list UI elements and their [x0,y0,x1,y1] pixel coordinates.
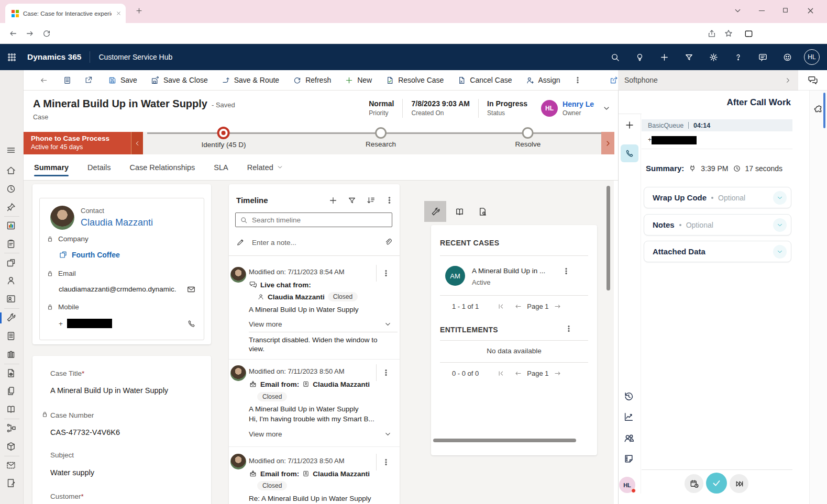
sidebar-item-cases-icon[interactable] [6,312,16,323]
contacts-icon[interactable] [623,432,635,444]
recent-case-more-icon[interactable] [562,267,570,275]
call-phone-icon[interactable] [187,319,196,328]
sidebar-item-routing-icon[interactable] [6,423,16,433]
sidebar-item-drafts-icon[interactable] [6,478,16,488]
prev-page-icon[interactable] [514,303,522,310]
window-menu-icon[interactable] [733,6,742,15]
tab-summary[interactable]: Summary [34,154,69,180]
chevron-down-icon[interactable] [384,430,392,438]
sidebar-item-templates-icon[interactable] [6,386,16,396]
entry-contact[interactable]: Claudia Mazzanti [268,293,325,301]
entry-contact[interactable]: Claudia Mazzanti [313,470,370,478]
complete-call-button[interactable] [706,473,727,494]
company-link[interactable]: Fourth Coffee [72,251,120,259]
entitlements-more-icon[interactable] [565,324,573,333]
timeline-search-box[interactable] [235,212,392,227]
entry-more-icon[interactable] [382,368,390,377]
sidebar-item-pinned-icon[interactable] [6,202,16,212]
save-button[interactable]: Save [101,70,144,90]
tab-case-relationships[interactable]: Case Relationships [129,154,195,180]
next-page-icon[interactable] [554,303,561,310]
browser-back-icon[interactable] [8,29,18,38]
softphone-panel-header[interactable]: Softphone [618,70,798,91]
view-more-link[interactable]: View more [249,430,282,438]
related-tab-search[interactable] [471,201,493,222]
attached-data-section[interactable]: Attached Data [644,241,791,262]
browser-forward-icon[interactable] [25,29,35,38]
expand-button[interactable] [773,218,787,232]
refresh-button[interactable]: Refresh [286,70,338,90]
new-tab-button[interactable] [135,7,143,15]
timeline-add-icon[interactable] [328,196,338,205]
notes-panel-icon[interactable] [623,453,634,464]
open-in-new-window-button[interactable] [78,76,99,84]
resolve-case-button[interactable]: Resolve Case [379,70,450,90]
owner-field[interactable]: HL Henry Le Owner [536,100,599,117]
vertical-scrollbar[interactable] [607,186,610,290]
share-page-icon[interactable] [707,29,716,38]
bpf-stage-identify[interactable]: Identify (45 D) [202,127,246,149]
stage-marker[interactable] [522,127,534,139]
tab-related[interactable]: Related [247,154,283,180]
recent-case-link[interactable]: A Mineral Build Up in ... [472,267,545,275]
tab-sla[interactable]: SLA [214,154,228,180]
save-close-button[interactable]: Save & Close [144,70,215,90]
cancel-case-button[interactable]: Cancel Case [450,70,519,90]
help-icon[interactable] [733,52,743,62]
sidebar-item-queues-icon[interactable] [6,331,16,341]
sitemap-toggle-icon[interactable] [6,145,16,155]
lightbulb-icon[interactable] [635,52,645,62]
sidebar-item-recent-icon[interactable] [6,184,16,194]
bpf-process-box[interactable]: Phone to Case Process Active for 45 days [24,132,131,154]
stage-marker[interactable] [375,127,387,139]
new-button[interactable]: New [338,70,379,90]
sidebar-item-products-icon[interactable] [6,441,16,452]
quick-create-icon[interactable] [659,52,669,62]
split-screen-icon[interactable] [744,29,754,39]
tab-details[interactable]: Details [87,154,111,180]
browser-reload-icon[interactable] [42,29,51,38]
horizontal-scrollbar[interactable] [433,439,576,442]
email-value[interactable]: claudiamazzanti@crmdemo.dynamic... [59,285,177,293]
contact-name-link[interactable]: Claudia Mazzanti [81,217,153,228]
timeline-filter-icon[interactable] [347,196,357,205]
window-maximize-icon[interactable] [781,6,789,14]
go-back-button[interactable] [33,76,54,85]
send-email-icon[interactable] [186,285,196,294]
chevron-down-icon[interactable] [384,320,392,328]
sidebar-item-social-profiles-icon[interactable] [6,294,16,304]
form-selector-button[interactable] [57,76,78,85]
conversations-button[interactable] [798,70,827,91]
app-name[interactable]: Customer Service Hub [98,53,172,61]
waffle-icon[interactable] [7,52,17,62]
sidebar-item-dashboards-icon[interactable] [6,220,16,231]
brand-title[interactable]: Dynamics 365 [27,52,81,62]
wrap-up-code-section[interactable]: Wrap Up Code Optional [644,187,791,208]
related-tab-cases[interactable] [424,201,446,222]
sidebar-item-knowledge-search-icon[interactable] [6,404,16,415]
feedback-icon[interactable] [758,52,768,62]
subject-value[interactable]: Water supply [50,468,94,477]
favorite-star-icon[interactable] [724,29,733,38]
window-close-icon[interactable] [806,6,815,15]
search-icon[interactable] [610,52,620,62]
bpf-stage-resolve[interactable]: Resolve [515,127,541,148]
entry-contact[interactable]: Claudia Mazzanti [313,380,370,388]
metrics-icon[interactable] [623,411,634,422]
tab-close-icon[interactable] [116,10,122,16]
gear-icon[interactable] [709,52,719,62]
user-avatar[interactable]: HL [804,49,820,65]
stage-active-marker[interactable] [217,127,230,139]
sidebar-item-accounts-icon[interactable] [6,257,16,268]
timeline-entry[interactable]: Modified on: 7/11/2023 8:50 AM Email fro… [229,450,400,504]
skip-button[interactable] [730,474,748,493]
contact-photo[interactable] [50,206,74,230]
expand-button[interactable] [773,245,787,259]
related-tab-knowledge[interactable] [448,201,470,222]
agent-avatar[interactable]: HL [619,477,635,493]
sidebar-item-knowledge-icon[interactable] [6,349,16,360]
sidebar-item-email-icon[interactable] [6,460,16,471]
case-title-value[interactable]: A Mineral Build Up in Water Supply [50,386,168,395]
view-more-link[interactable]: View more [249,320,282,328]
call-history-icon[interactable] [623,391,634,402]
